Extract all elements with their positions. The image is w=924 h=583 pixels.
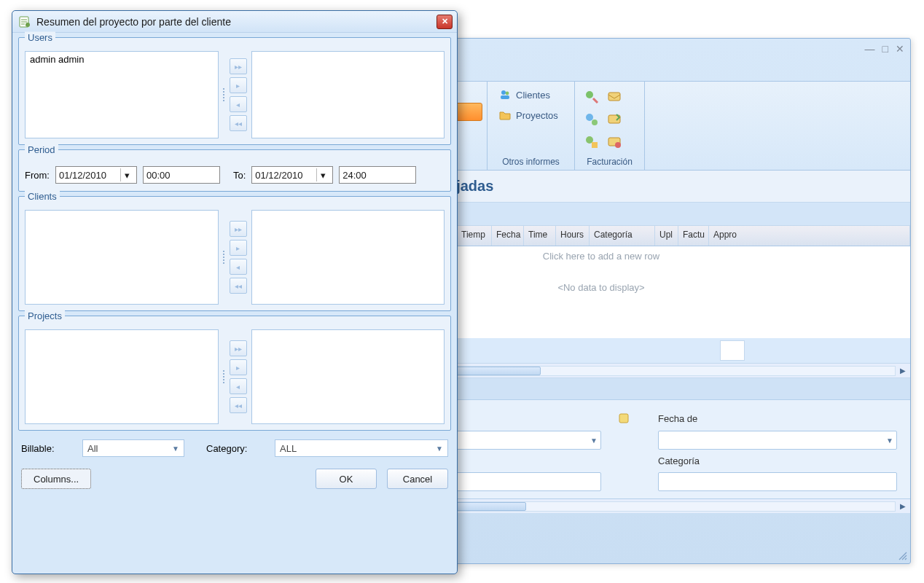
svg-point-5 (586, 114, 593, 121)
svg-rect-15 (619, 414, 628, 423)
category-select[interactable]: ALL▼ (275, 439, 448, 457)
fieldset-period: Period From: 01/12/2010 ▾ 00:00 To: 01/1… (18, 149, 451, 192)
folder-icon (498, 109, 512, 122)
svg-point-11 (615, 142, 621, 148)
dialog-close-button[interactable]: ✕ (436, 15, 453, 29)
move-right-button[interactable]: ▸ (230, 77, 247, 93)
move-left-button[interactable]: ◂ (230, 259, 247, 275)
close-button[interactable]: ✕ (896, 43, 904, 55)
legend-clients: Clients (25, 191, 60, 202)
billing-icon-2[interactable] (604, 87, 625, 107)
btn-proyectos[interactable]: Proyectos (492, 105, 570, 125)
cancel-button[interactable]: Cancel (387, 469, 448, 489)
dialog-titlebar[interactable]: Resumen del proyecto por parte del clien… (12, 11, 457, 33)
dialog: Resumen del proyecto por parte del clien… (12, 10, 458, 574)
toolbar-group-footer: Otros informes (492, 154, 570, 168)
list-item[interactable]: admin admin (28, 53, 215, 66)
legend-projects: Projects (25, 310, 65, 321)
clients-available-list[interactable] (25, 210, 219, 305)
projects-selected-list[interactable] (251, 329, 445, 424)
billing-icon-4[interactable] (604, 109, 625, 130)
people-icon (498, 88, 512, 101)
dialog-title: Resumen del proyecto por parte del clien… (36, 16, 231, 28)
report-icon (18, 15, 31, 28)
svg-rect-4 (608, 93, 620, 101)
users-selected-list[interactable] (251, 51, 445, 138)
billing-icon-3[interactable] (582, 109, 602, 130)
svg-rect-9 (592, 142, 598, 148)
billing-icon-1[interactable] (582, 87, 602, 107)
svg-point-0 (501, 90, 506, 95)
move-left-button[interactable]: ◂ (230, 378, 247, 394)
svg-point-3 (586, 91, 593, 98)
clients-selected-list[interactable] (251, 210, 445, 305)
move-all-right-button[interactable]: ▸▸ (230, 58, 247, 74)
move-right-button[interactable]: ▸ (230, 240, 247, 256)
maximize-button[interactable]: □ (882, 43, 888, 55)
ok-button[interactable]: OK (316, 469, 377, 489)
svg-point-1 (506, 92, 509, 95)
move-all-left-button[interactable]: ◂◂ (230, 115, 247, 131)
move-left-button[interactable]: ◂ (230, 96, 247, 112)
grid-header-appro[interactable]: Appro (709, 226, 910, 246)
grid-header-time[interactable]: Time (524, 226, 556, 246)
move-right-button[interactable]: ▸ (230, 359, 247, 375)
grid-header-fecha2[interactable]: Fecha (492, 226, 524, 246)
billing-icon-6[interactable] (604, 132, 625, 152)
grid-footer-cell (720, 340, 745, 361)
input-categoria[interactable] (658, 472, 897, 491)
input-fecha-de[interactable]: ▼ (658, 431, 897, 450)
svg-rect-2 (501, 95, 509, 99)
move-all-left-button[interactable]: ◂◂ (230, 278, 247, 294)
from-date-input[interactable]: 01/12/2010 ▾ (55, 166, 137, 184)
fieldset-projects: Projects ▸▸ ▸ ◂ ◂◂ (18, 316, 451, 431)
move-all-left-button[interactable]: ◂◂ (230, 397, 247, 413)
label-fecha-de: Fecha de (658, 413, 897, 424)
label-billable: Billable: (21, 443, 72, 454)
grid-header-factu[interactable]: Factu (678, 226, 709, 246)
to-time-input[interactable]: 24:00 (339, 166, 416, 184)
columns-button[interactable]: Columns... (21, 469, 91, 489)
billable-select[interactable]: All▼ (82, 439, 184, 457)
grid-header-categoria[interactable]: Categoría (590, 226, 655, 246)
label-category: Category: (206, 443, 265, 454)
label-categoria: Categoría (658, 455, 897, 466)
chevron-down-icon[interactable]: ▾ (316, 168, 329, 181)
scroll-right-icon[interactable]: ▶ (896, 364, 910, 377)
grid-header-upl[interactable]: Upl (655, 226, 678, 246)
move-all-right-button[interactable]: ▸▸ (230, 340, 247, 356)
minimize-button[interactable]: — (865, 43, 875, 55)
label-from: From: (25, 170, 50, 181)
to-date-input[interactable]: 01/12/2010 ▾ (251, 166, 333, 184)
legend-period: Period (25, 144, 58, 155)
billing-icon-5[interactable] (582, 132, 602, 152)
users-available-list[interactable]: admin admin (25, 51, 219, 138)
move-all-right-button[interactable]: ▸▸ (230, 221, 247, 237)
btn-clientes[interactable]: Clientes (492, 85, 570, 105)
legend-users: Users (25, 32, 55, 43)
grid-header-tiempo[interactable]: Tiemp (457, 226, 492, 246)
grid-header-hours[interactable]: Hours (556, 226, 590, 246)
resize-grip-icon[interactable] (898, 551, 908, 561)
from-time-input[interactable]: 00:00 (143, 166, 220, 184)
toolbar-group-footer: Facturación (579, 154, 640, 168)
projects-available-list[interactable] (25, 329, 219, 424)
svg-point-6 (592, 120, 598, 125)
label-to: To: (233, 170, 246, 181)
note-icon (617, 412, 630, 425)
fieldset-clients: Clients ▸▸ ▸ ◂ ◂◂ (18, 196, 451, 311)
chevron-down-icon[interactable]: ▾ (120, 168, 133, 181)
svg-point-17 (26, 23, 30, 27)
fieldset-users: Users admin admin ▸▸ ▸ ◂ ◂◂ (18, 37, 451, 145)
